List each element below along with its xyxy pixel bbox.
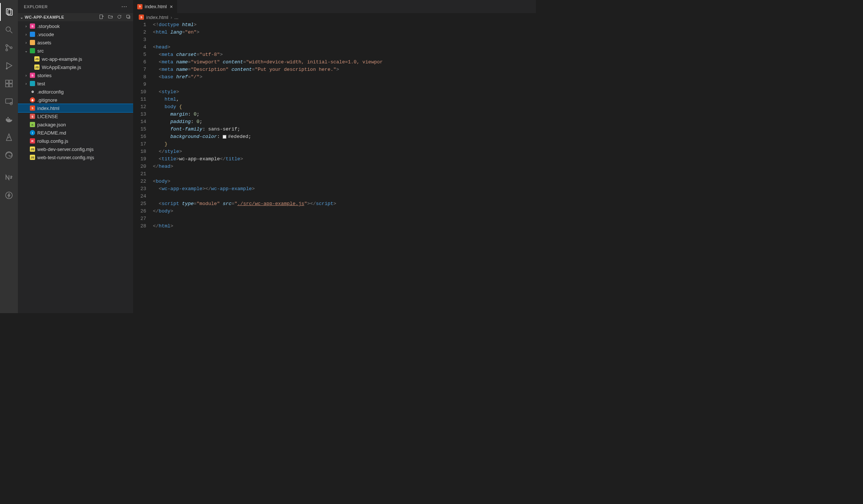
tree-file-wc-app-example-js[interactable]: JSwc-app-example.js [18,55,133,63]
chevron-right-icon: › [23,73,29,78]
tree-folder-stories[interactable]: ›Sstories [18,71,133,79]
file-icon: ⚙ [29,89,36,95]
code-line: html, [153,96,536,103]
line-number: 14 [134,118,146,126]
code-line [153,215,536,223]
line-number: 3 [134,36,146,44]
file-icon: § [29,113,36,119]
tree-file-license[interactable]: §LICENSE [18,112,133,120]
chevron-right-icon: › [23,32,29,37]
file-icon [29,81,36,86]
code-line: } [153,141,536,148]
line-number: 12 [134,103,146,111]
tree-file-web-dev-server-config-mjs[interactable]: JSweb-dev-server.config.mjs [18,145,133,153]
file-icon: R [29,138,36,144]
code-line: body { [153,103,536,111]
file-icon: JS [34,64,40,70]
tree-file-rollup-config-js[interactable]: Rrollup.config.js [18,137,133,145]
file-icon: S [29,23,36,29]
line-number: 13 [134,111,146,118]
activity-extensions-icon[interactable] [0,75,18,92]
new-file-icon[interactable] [99,14,104,20]
activity-explorer-icon[interactable] [0,3,18,21]
file-icon: n [29,122,36,127]
sidebar: EXPLORER ⋯ ⌄ WC-APP-EXAMPLE ›S.storybook… [18,0,134,313]
code-line [153,170,536,178]
editor-body[interactable]: 1234567891011121314151617181920212223242… [134,21,536,313]
code-line [153,193,536,200]
tree-folder--storybook[interactable]: ›S.storybook [18,22,133,30]
tree-label: package.json [37,122,66,127]
code-line: <html lang="en"> [153,29,536,36]
tree-label: src [37,48,44,54]
tree-file--editorconfig[interactable]: ⚙.editorconfig [18,88,133,96]
line-number: 5 [134,51,146,59]
chevron-right-icon: › [23,24,29,28]
svg-point-2 [6,27,10,31]
line-number: 1 [134,21,146,29]
file-icon: JS [34,56,40,62]
code-line: <meta name="Description" content="Put yo… [153,66,536,73]
svg-point-5 [6,49,8,51]
breadcrumb-file: index.html [146,15,168,20]
tree-label: wc-app-example.js [42,56,82,62]
code-line: </head> [153,163,536,170]
line-number: 10 [134,88,146,96]
activity-n2-icon[interactable] [0,168,18,186]
tree-folder--vscode[interactable]: ›.vscode [18,30,133,38]
tree-folder-test[interactable]: ›test [18,79,133,88]
tree-file-web-test-runner-config-mjs[interactable]: JSweb-test-runner.config.mjs [18,153,133,161]
new-folder-icon[interactable] [108,14,113,20]
project-header[interactable]: ⌄ WC-APP-EXAMPLE [18,13,133,21]
activity-azure-icon[interactable] [0,128,18,146]
tree-label: .vscode [37,32,54,37]
line-number: 23 [134,185,146,193]
activity-search-icon[interactable] [0,21,18,39]
activity-docker-icon[interactable] [0,110,18,128]
svg-point-4 [6,45,8,47]
refresh-icon[interactable] [117,14,122,20]
chevron-down-icon: ⌄ [20,15,23,19]
project-name: WC-APP-EXAMPLE [25,15,64,19]
svg-point-6 [10,47,12,49]
file-tree: ›S.storybook›.vscode›assets⌄srcJSwc-app-… [18,21,133,313]
chevron-right-icon: › [23,41,29,45]
tree-file-wcappexample-js[interactable]: JSWcAppExample.js [18,63,133,71]
line-number: 27 [134,215,146,223]
sidebar-more-icon[interactable]: ⋯ [121,3,128,10]
tree-label: web-dev-server.config.mjs [37,147,94,152]
breadcrumb[interactable]: 5 index.html › ... [134,13,536,21]
activity-source-control-icon[interactable] [0,39,18,57]
tree-file-package-json[interactable]: npackage.json [18,120,133,129]
activity-bolt-icon[interactable] [0,186,18,204]
code-line: <style> [153,88,536,96]
activity-bar [0,0,18,313]
collapse-all-icon[interactable] [126,14,131,20]
line-number: 17 [134,141,146,148]
chevron-right-icon: › [23,82,29,86]
svg-rect-8 [6,80,9,83]
tree-file-index-html[interactable]: 5index.html [18,104,133,112]
tree-folder-assets[interactable]: ›assets [18,38,133,47]
tree-file--gitignore[interactable]: ◆.gitignore [18,96,133,104]
sidebar-title: EXPLORER [24,4,48,9]
line-number: 8 [134,73,146,81]
activity-remote-icon[interactable] [0,92,18,110]
code-line: <!doctype html> [153,21,536,29]
file-icon: S [29,72,36,78]
line-number: 4 [134,44,146,51]
html-icon: 5 [137,4,142,9]
code-content[interactable]: <!doctype html><html lang="en"><head> <m… [153,21,536,313]
code-line: </body> [153,208,536,215]
code-line: <meta name="viewport" content="width=dev… [153,59,536,66]
tree-file-readme-md[interactable]: iREADME.md [18,129,133,137]
file-icon: JS [29,154,36,160]
tab-index-html[interactable]: 5 index.html × [134,0,178,13]
code-line: <script type="module" src="./src/wc-app-… [153,200,536,208]
tree-folder-src[interactable]: ⌄src [18,47,133,55]
tree-label: rollup.config.js [37,138,68,144]
activity-run-debug-icon[interactable] [0,57,18,75]
activity-edge-icon[interactable] [0,146,18,164]
close-icon[interactable]: × [169,4,173,10]
svg-rect-10 [6,84,9,87]
